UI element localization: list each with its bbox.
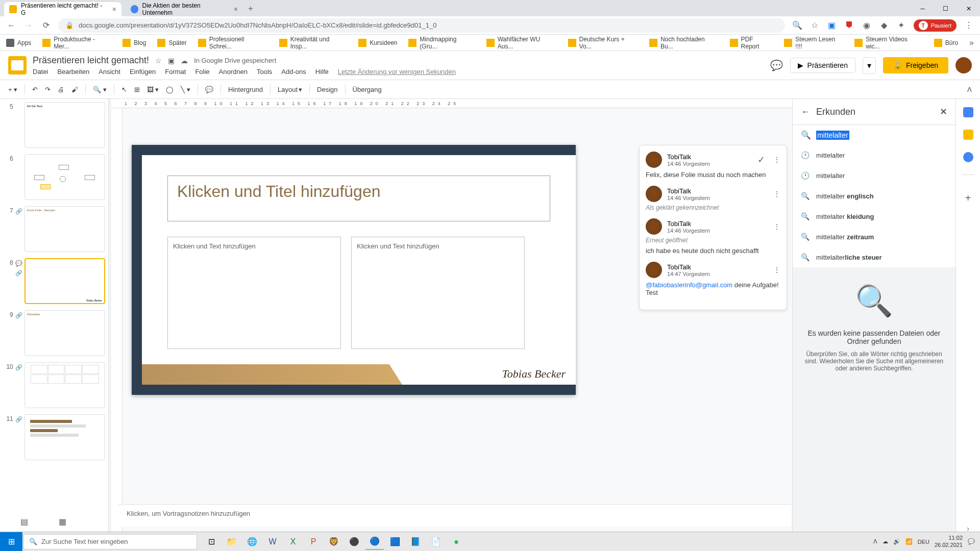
powerpoint-icon[interactable]: P bbox=[304, 534, 323, 550]
word-icon[interactable]: W bbox=[263, 534, 282, 550]
last-edit-link[interactable]: Letzte Änderung vor wenigen Sekunden bbox=[338, 68, 456, 76]
excel-icon[interactable]: X bbox=[284, 534, 302, 550]
edge-icon[interactable]: 🟦 bbox=[386, 534, 404, 550]
slide-thumbnail[interactable] bbox=[24, 362, 105, 408]
back-arrow-icon[interactable]: ← bbox=[801, 107, 810, 117]
bookmark-item[interactable]: Deutsche Kurs + Vo... bbox=[568, 36, 638, 50]
slide-thumbnail[interactable]: Ich bin Text bbox=[24, 102, 105, 148]
speaker-notes[interactable]: Klicken, um Vortragsnotizen hinzuzufügen bbox=[118, 504, 791, 527]
layout-button[interactable]: Layout ▾ bbox=[278, 86, 302, 93]
select-tool-icon[interactable]: ↖ bbox=[121, 86, 127, 93]
grid-view-icon[interactable]: ▦ bbox=[59, 517, 66, 527]
menu-view[interactable]: Ansicht bbox=[99, 68, 120, 76]
collapse-toolbar-icon[interactable]: ᐱ bbox=[967, 86, 972, 93]
bookmark-item[interactable]: Büro bbox=[934, 39, 958, 47]
comments-icon[interactable]: 💬 bbox=[770, 59, 783, 71]
slide-canvas[interactable]: Klicken und Titel hinzufügen Klicken und… bbox=[132, 145, 576, 395]
bookmark-item[interactable]: Später bbox=[157, 39, 186, 47]
menu-edit[interactable]: Bearbeiten bbox=[57, 68, 89, 76]
background-button[interactable]: Hintergrund bbox=[228, 86, 263, 93]
slide-title-placeholder[interactable]: Klicken und Titel hinzufügen bbox=[167, 176, 550, 221]
close-button[interactable]: ✕ bbox=[957, 1, 980, 16]
resolve-check-icon[interactable]: ✓ bbox=[757, 154, 765, 165]
design-button[interactable]: Design bbox=[317, 86, 337, 93]
shape-icon[interactable]: ◯ bbox=[166, 86, 174, 93]
comment-menu-icon[interactable]: ⋮ bbox=[773, 156, 780, 164]
calendar-icon[interactable] bbox=[963, 107, 973, 117]
close-icon[interactable]: × bbox=[112, 5, 116, 13]
volume-icon[interactable]: 🔊 bbox=[893, 538, 900, 545]
notepad-icon[interactable]: 📄 bbox=[427, 534, 445, 550]
redo-icon[interactable]: ↷ bbox=[45, 86, 51, 93]
url-input[interactable]: 🔒 docs.google.com/presentation/d/1yV372S… bbox=[58, 18, 785, 33]
bookmark-item[interactable]: Steuern Lesen !!!! bbox=[784, 36, 843, 50]
menu-insert[interactable]: Einfügen bbox=[130, 68, 156, 76]
menu-arrange[interactable]: Anordnen bbox=[219, 68, 248, 76]
extension-icon[interactable]: ◆ bbox=[879, 20, 889, 30]
brave-icon[interactable]: 🦁 bbox=[325, 534, 343, 550]
taskbar-clock[interactable]: 11:02 26.02.2021 bbox=[935, 535, 963, 548]
close-icon[interactable]: ✕ bbox=[940, 106, 947, 117]
add-icon[interactable]: + bbox=[965, 192, 971, 204]
transition-button[interactable]: Übergang bbox=[353, 86, 382, 93]
onedrive-icon[interactable]: ☁ bbox=[883, 538, 888, 545]
taskbar-search[interactable]: 🔍 Zur Suche Text hier eingeben bbox=[23, 534, 197, 549]
back-icon[interactable]: ← bbox=[6, 21, 16, 30]
share-button[interactable]: 🔒 Freigeben bbox=[883, 57, 948, 73]
explore-search-box[interactable]: 🔍 mittelalter bbox=[793, 125, 955, 145]
close-icon[interactable]: × bbox=[234, 5, 238, 13]
menu-icon[interactable]: ⋮ bbox=[964, 20, 974, 30]
move-icon[interactable]: ▣ bbox=[168, 57, 175, 65]
comment-menu-icon[interactable]: ⋮ bbox=[773, 266, 780, 274]
bookmark-item[interactable]: Mindmapping (Gru... bbox=[408, 36, 475, 50]
profile-button[interactable]: T Pausiert bbox=[914, 19, 957, 32]
maximize-button[interactable]: ☐ bbox=[934, 1, 957, 16]
slide-thumbnail[interactable]: Erste Folie - Beispiel bbox=[24, 206, 105, 252]
menu-tools[interactable]: Tools bbox=[257, 68, 272, 76]
textbox-icon[interactable]: ⊞ bbox=[134, 86, 140, 93]
explorer-icon[interactable]: 📁 bbox=[223, 534, 241, 550]
suggestion-item[interactable]: 🕐mittelalter bbox=[793, 165, 955, 186]
forward-icon[interactable]: → bbox=[23, 21, 34, 30]
user-avatar[interactable] bbox=[955, 57, 972, 73]
slide-content-right[interactable]: Klicken und Text hinzufügen bbox=[351, 237, 525, 349]
extensions-puzzle-icon[interactable]: ✦ bbox=[896, 20, 906, 30]
bookmark-item[interactable]: Noch hochladen Bu... bbox=[649, 36, 719, 50]
slide-content-left[interactable]: Klicken und Text hinzufügen bbox=[167, 237, 341, 349]
spotify-icon[interactable]: ● bbox=[447, 534, 465, 550]
start-button[interactable]: ⊞ bbox=[0, 532, 22, 551]
wifi-icon[interactable]: 📶 bbox=[905, 538, 913, 545]
search-input[interactable]: mittelalter bbox=[816, 131, 947, 139]
obs-icon[interactable]: ⚫ bbox=[345, 534, 363, 550]
comment-mention[interactable]: @fabiobaslerinfo@gmail.com bbox=[646, 281, 732, 289]
menu-format[interactable]: Format bbox=[165, 68, 186, 76]
zoom-button[interactable]: 🔍 ▾ bbox=[93, 86, 107, 93]
present-button[interactable]: ▶ Präsentieren bbox=[790, 58, 855, 73]
bookmark-item[interactable]: Professionell Schrei... bbox=[198, 36, 268, 50]
browser-tab-active[interactable]: Präsentieren leicht gemacht! - G × bbox=[4, 2, 121, 16]
print-icon[interactable]: 🖨 bbox=[58, 86, 64, 93]
edge-icon[interactable]: 🌐 bbox=[243, 534, 261, 550]
bookmark-item[interactable]: Blog bbox=[122, 39, 146, 47]
language-indicator[interactable]: DEU bbox=[918, 539, 929, 545]
suggestion-item[interactable]: 🕐mittelalter bbox=[793, 145, 955, 165]
filmstrip-view-icon[interactable]: ▤ bbox=[20, 517, 28, 527]
suggestion-item[interactable]: 🔍mittelalter zeitraum bbox=[793, 227, 955, 247]
reload-icon[interactable]: ⟳ bbox=[41, 20, 51, 30]
bookmarks-overflow-icon[interactable]: » bbox=[969, 38, 974, 47]
bookmark-item[interactable]: Wahlfächer WU Aus... bbox=[486, 36, 557, 50]
bookmark-star-icon[interactable]: ☆ bbox=[810, 20, 820, 30]
task-view-icon[interactable]: ⊡ bbox=[202, 534, 220, 550]
notifications-icon[interactable]: 💬 bbox=[968, 538, 975, 545]
extension-icon[interactable]: ▣ bbox=[827, 20, 837, 30]
bookmark-item[interactable]: Produktsuche - Mer... bbox=[42, 36, 111, 50]
comment-menu-icon[interactable]: ⋮ bbox=[773, 222, 780, 231]
browser-tab-inactive[interactable]: Die Aktien der besten Unternehm × bbox=[126, 2, 243, 16]
document-title[interactable]: Präsentieren leicht gemacht! bbox=[33, 55, 149, 66]
tray-expand-icon[interactable]: ᐱ bbox=[873, 538, 877, 545]
comment-menu-icon[interactable]: ⋮ bbox=[773, 190, 780, 198]
bookmark-item[interactable]: PDF Report bbox=[730, 36, 773, 50]
slide-thumbnail[interactable] bbox=[24, 414, 105, 460]
minimize-button[interactable]: ─ bbox=[911, 1, 934, 16]
app-icon[interactable]: 📘 bbox=[406, 534, 425, 550]
